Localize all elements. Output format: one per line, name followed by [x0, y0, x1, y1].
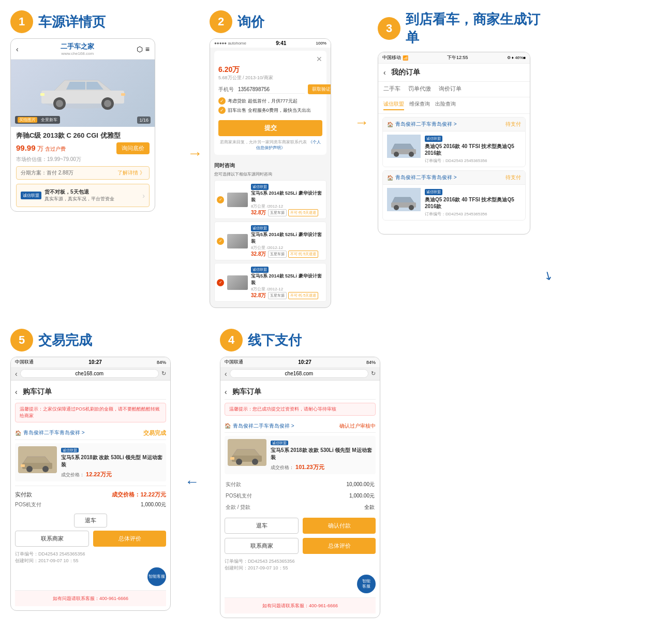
url-bar-s4[interactable]: che168.com — [230, 369, 368, 378]
inquiry-car-info: 5.68万公里 / 2013-10/商家 — [218, 75, 322, 81]
confirm-btn-s4[interactable]: 确认付款 — [303, 518, 376, 534]
submit-btn[interactable]: 提交 — [218, 120, 322, 136]
back-s3[interactable]: ‹ — [383, 68, 386, 77]
page-title-s4: 购车订单 — [232, 387, 261, 397]
step5-phone: 中国联通 10:27 84% ‹ che168.com ↻ ‹ 购车订单 温馨提… — [10, 357, 171, 610]
car-name-s5: 宝马5系 2018款 改款 530Li 领先型 M运动套装 — [61, 454, 163, 469]
dealer-s5[interactable]: 青岛俊祥二手车青岛俊祥 > — [23, 429, 85, 436]
time-s4: 10:27 — [298, 359, 311, 365]
arrow-4-to-5: ← — [185, 474, 199, 490]
warning-s5: 温馨提示：之家仅保障通过POS机刷款的金额，请不要酷酷酷酷转账给商家 — [15, 403, 166, 422]
svg-point-14 — [394, 205, 399, 210]
logo: 二手车之家 — [61, 42, 94, 51]
price-label-s4: 成交价格： — [271, 465, 294, 470]
step2-title: 询价 — [237, 13, 264, 31]
sim-badge-1: 诚信联盟 — [251, 184, 269, 190]
back-s5[interactable]: ‹ — [15, 370, 18, 378]
sim-name-3: 宝马5系 2014款 525Li 豪华设计套装 — [251, 273, 324, 286]
payment-car-img-s5 — [18, 446, 57, 473]
sim-tag1-2: 五星车源 — [268, 251, 287, 258]
back2-s4[interactable]: ‹ — [225, 388, 227, 396]
sim-car-item-3[interactable]: ✓ 诚信联盟 宝马5系 2014款 525Li 豪华设计套装 8万公里 /201… — [214, 263, 326, 302]
payment-label-s4: 实付款 — [226, 479, 297, 490]
loan-label-s4: 全款 / 贷款 — [226, 502, 297, 513]
sim-check-3: ✓ — [217, 279, 224, 286]
sim-check-1: ✓ — [217, 196, 224, 203]
tab-used-car[interactable]: 二手车 — [383, 82, 400, 97]
back-s4[interactable]: ‹ — [225, 370, 227, 378]
dealer-name-2[interactable]: 青岛俊祥二手车青岛俊祥 > — [395, 174, 457, 181]
phone-input[interactable] — [237, 85, 305, 94]
payment-value-s4: 10,000.00元 — [298, 479, 375, 490]
dealer-s4[interactable]: 青岛俊祥二手车青岛俊祥 > — [233, 422, 294, 430]
service-tel-s4: 如有问题请联系客服：400-961-6666 — [262, 603, 338, 608]
order-num-s5: 订单编号：DD42543 2545365356 — [15, 551, 166, 558]
inquire-btn[interactable]: 询问底价 — [116, 142, 150, 154]
sim-car-img-2 — [227, 234, 248, 248]
price-unit: 万 — [37, 145, 43, 152]
url-bar-s5[interactable]: che168.com — [20, 369, 159, 378]
close-icon[interactable]: ✕ — [316, 55, 322, 63]
sim-meta-2: 8万公里 /2012-12 — [251, 245, 324, 251]
battery-s4: 84% — [366, 360, 376, 365]
svg-rect-7 — [121, 93, 125, 96]
sim-tag1-3: 五星车源 — [268, 292, 287, 299]
sim-price-3: 32.8万 — [251, 292, 266, 299]
cancel-btn-s4[interactable]: 退车 — [225, 518, 299, 534]
contact-btn-s5[interactable]: 联系商家 — [15, 531, 89, 547]
step3-circle: 3 — [378, 17, 400, 40]
trust-arrow[interactable]: › — [142, 192, 145, 200]
page-title-s5: 购车订单 — [23, 387, 52, 397]
tab-fine[interactable]: 罚单代缴 — [408, 82, 431, 97]
order-title: 我的订单 — [391, 68, 420, 77]
verify-btn[interactable]: 获取验证码 — [308, 84, 331, 94]
pos-value-s4: 1,000.00元 — [298, 491, 375, 501]
arrow-1-to-2: → — [187, 144, 203, 162]
signal-s2: ●●●●● autohome — [214, 41, 246, 46]
order-status-2: 待支付 — [506, 174, 521, 181]
feature2-dot: ✓ — [218, 107, 226, 114]
subtab-accident[interactable]: 出险查询 — [435, 100, 456, 110]
feature1-text: 考虑贷款 超低首付，月供777元起 — [228, 98, 298, 105]
menu-icon[interactable]: ≡ — [145, 45, 150, 53]
share-icon[interactable]: ⬡ — [137, 45, 143, 53]
subtab-trust[interactable]: 诚信联盟 — [383, 100, 404, 110]
sim-car-item-1[interactable]: ✓ 诚信联盟 宝马5系 2014款 525Li 豪华设计套装 8万公里 /201… — [214, 180, 326, 219]
step5-title: 交易完成 — [38, 331, 92, 349]
smart-service-btn-s4[interactable]: 智能客服 — [357, 575, 376, 593]
step4-title: 线下支付 — [248, 331, 302, 349]
car-badge-s4: 诚信联盟 — [271, 441, 288, 445]
sim-badge-2: 诚信联盟 — [251, 225, 269, 231]
signal-s4: 中国联通 — [225, 359, 243, 365]
price-label-s5: 成交价格： — [61, 472, 84, 477]
installment-detail[interactable]: 了解详情 》 — [117, 169, 145, 177]
refresh-s5[interactable]: ↻ — [161, 370, 166, 377]
back-arrow-s1[interactable]: ‹ — [16, 45, 19, 53]
arrow-2-to-3: → — [354, 114, 369, 131]
pos-label-s4: POS机支付 — [226, 491, 297, 501]
back2-s5[interactable]: ‹ — [15, 388, 18, 396]
subtab-maintain[interactable]: 维保查询 — [409, 100, 430, 110]
trust-sub: 真实车源，真实车况，平台管资金 — [44, 196, 114, 202]
tab-inquiry[interactable]: 询价订单 — [439, 82, 462, 97]
wifi-s3: 📶 — [403, 55, 408, 61]
order-badge-1: 诚信联盟 — [425, 136, 442, 142]
sim-car-item-2[interactable]: ✓ 诚信联盟 宝马5系 2014款 525Li 豪华设计套装 8万公里 /201… — [214, 222, 326, 260]
return-btn-s5[interactable]: 退车 — [74, 514, 107, 528]
refresh-s4[interactable]: ↻ — [371, 370, 376, 377]
sim-name-1: 宝马5系 2014款 525Li 豪华设计套装 — [251, 190, 324, 203]
payment-label-s5: 实付款 — [15, 491, 32, 499]
pos-label-s5: POS机支付 — [15, 501, 41, 508]
contact-btn-s4[interactable]: 联系商家 — [225, 538, 299, 554]
smart-service-btn-s5[interactable]: 智能客服 — [147, 567, 166, 586]
evaluate-btn-s4[interactable]: 总体评价 — [303, 538, 376, 554]
pos-value-s5: 1,000.00元 — [141, 501, 166, 508]
step3-title: 到店看车，商家生成订单 — [406, 10, 543, 47]
service-tel-s5: 如有问题请联系客服：400-961-6666 — [53, 596, 128, 601]
dealer-name-1[interactable]: 青岛俊祥二手车青岛俊祥 > — [395, 121, 457, 128]
sim-badge-3: 诚信联盟 — [251, 267, 269, 273]
evaluate-btn-s5[interactable]: 总体评价 — [93, 531, 166, 547]
order-car-img-2 — [387, 188, 421, 211]
payment-value-s5: 成交价格：12.22万元 — [112, 491, 166, 499]
trust-badge: 诚信联盟 — [21, 192, 41, 199]
